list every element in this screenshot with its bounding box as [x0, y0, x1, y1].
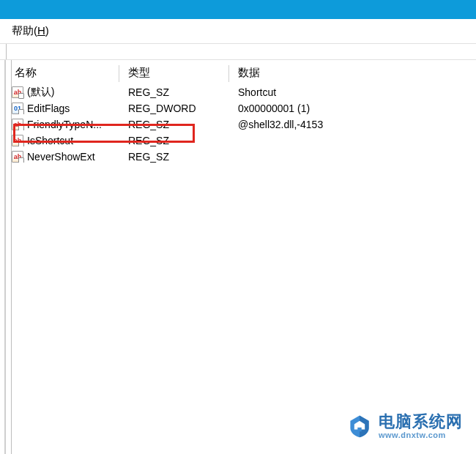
table-row[interactable]: EditFlagsREG_DWORD0x00000001 (1): [6, 100, 476, 116]
value-name: EditFlags: [27, 103, 70, 114]
cell-name: EditFlags: [6, 103, 119, 114]
column-header-data[interactable]: 数据: [229, 63, 476, 84]
binary-value-icon: [12, 103, 23, 114]
table-row[interactable]: NeverShowExtREG_SZ: [6, 149, 476, 165]
cell-type: REG_SZ: [119, 86, 229, 98]
values-list: (默认)REG_SZShortcutEditFlagsREG_DWORD0x00…: [6, 84, 476, 165]
cell-data: @shell32.dll,-4153: [229, 119, 476, 130]
cell-data: 0x00000001 (1): [229, 103, 476, 114]
string-value-icon: [12, 119, 23, 130]
window-titlebar: [0, 0, 476, 19]
watermark-url: www.dnxtw.com: [379, 431, 463, 439]
cell-name: IsShortcut: [6, 135, 119, 146]
value-name: FriendlyTypeN...: [27, 119, 102, 130]
cell-type: REG_DWORD: [119, 103, 229, 114]
table-row[interactable]: IsShortcutREG_SZ: [6, 133, 476, 149]
cell-type: REG_SZ: [119, 135, 229, 146]
menu-help[interactable]: 帮助(H): [7, 23, 53, 40]
watermark-title: 电脑系统网: [379, 413, 463, 431]
value-name: NeverShowExt: [27, 151, 95, 163]
cell-name: NeverShowExt: [6, 151, 119, 163]
cell-type: REG_SZ: [119, 151, 229, 163]
watermark: 电脑系统网 www.dnxtw.com: [346, 413, 463, 439]
value-name: (默认): [27, 86, 54, 99]
svg-rect-1: [357, 428, 361, 431]
cell-data: Shortcut: [229, 86, 476, 98]
cell-type: REG_SZ: [119, 119, 229, 130]
string-value-icon: [12, 86, 23, 98]
column-header-type[interactable]: 类型: [119, 63, 229, 84]
menu-help-label: 帮助: [12, 24, 34, 37]
cell-name: FriendlyTypeN...: [6, 119, 119, 130]
string-value-icon: [12, 151, 23, 163]
table-row[interactable]: FriendlyTypeN...REG_SZ@shell32.dll,-4153: [6, 116, 476, 133]
splitter[interactable]: [6, 60, 12, 454]
values-pane: 名称 类型 数据 (默认)REG_SZShortcutEditFlagsREG_…: [4, 60, 476, 454]
string-value-icon: [12, 135, 23, 146]
value-name: IsShortcut: [27, 135, 73, 146]
menubar: 帮助(H): [0, 19, 476, 44]
column-headers: 名称 类型 数据: [6, 60, 476, 84]
toolbar-separator: [0, 44, 476, 60]
column-header-name[interactable]: 名称: [6, 63, 119, 84]
watermark-logo-icon: [346, 413, 373, 439]
table-row[interactable]: (默认)REG_SZShortcut: [6, 84, 476, 100]
cell-name: (默认): [6, 86, 119, 99]
menu-help-accel: H: [37, 24, 45, 37]
